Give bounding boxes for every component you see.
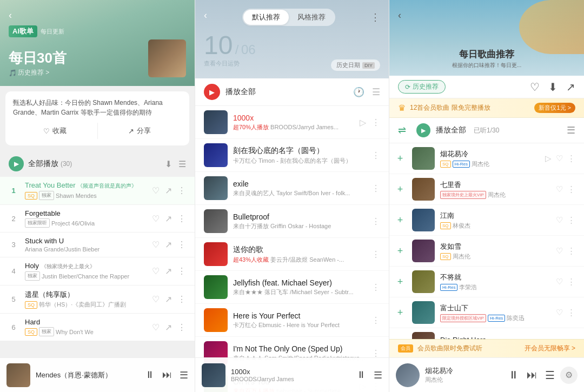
- p3-heart-icon[interactable]: ♡: [556, 215, 563, 225]
- list-item[interactable]: + 富士山下 限定境外授权区域VIP Hi-Res 陈奕迅 ♡ ⋮: [389, 297, 584, 328]
- p2-tab-style[interactable]: 风格推荐: [289, 10, 334, 25]
- p3-heart-icon[interactable]: ♡: [556, 277, 563, 287]
- table-row[interactable]: 1 Treat You Better 《频道声音就是真的声》 SQ 独家 Sha…: [0, 177, 195, 204]
- table-row[interactable]: 4 Holy 《独家境外史上最火》 独家 Justin Bieber/Chanc…: [0, 257, 195, 285]
- p1-playlist-icon[interactable]: ☰: [180, 369, 188, 381]
- p2-more-icon[interactable]: ⋮: [371, 117, 380, 128]
- p1-bottom-thumb[interactable]: [6, 363, 30, 387]
- table-row[interactable]: 2 Forgettable 独家限听 Project 46/Olivia ♡ ↗…: [0, 205, 195, 232]
- list-item[interactable]: + 不将就 Hi-Res 李荣浩 ♡ ⋮: [389, 267, 584, 297]
- p1-share-icon[interactable]: ↗: [165, 185, 172, 196]
- p2-bottom-thumb[interactable]: [202, 363, 225, 387]
- p1-history-link[interactable]: 🎵 历史推荐 >: [9, 68, 67, 77]
- p3-next-icon[interactable]: ⏭: [527, 369, 537, 382]
- p1-heart-icon[interactable]: ♡: [152, 266, 160, 276]
- list-item[interactable]: 送你的歌 超43%人收藏 姜云升/温政煜 SeanWen -... ⋮: [195, 238, 389, 271]
- p3-settings-btn[interactable]: ⚙: [560, 367, 578, 384]
- p1-share-icon[interactable]: ↗: [165, 240, 172, 250]
- p3-heart-icon[interactable]: ♡: [556, 308, 563, 317]
- p3-more-icon[interactable]: ⋮: [567, 184, 575, 194]
- p1-more-icon[interactable]: ⋮: [177, 266, 186, 276]
- p1-share-icon[interactable]: ↗: [165, 214, 172, 224]
- p3-player-thumb[interactable]: [396, 363, 420, 387]
- p3-share-icon[interactable]: ↗: [566, 81, 575, 94]
- p1-more-icon[interactable]: ⋮: [177, 322, 186, 333]
- list-item[interactable]: Jellyfish (feat. Michael Seyer) 来自★★★ 落日…: [195, 271, 389, 304]
- p1-back-icon[interactable]: ‹: [9, 10, 12, 21]
- p1-heart-icon[interactable]: ♡: [152, 322, 160, 333]
- list-item[interactable]: + 烟花易冷 SQ Hi-Res 周杰伦 ▷ ♡ ⋮: [389, 143, 584, 174]
- p2-more-icon[interactable]: ⋮: [371, 216, 380, 227]
- p3-heart-icon[interactable]: ♡: [556, 154, 563, 163]
- p2-history-icon[interactable]: 🕐: [353, 87, 364, 98]
- p3-more-icon[interactable]: ⋮: [567, 246, 575, 256]
- list-item[interactable]: + 七里香 独家境外史上最火VIP 周杰伦 ♡ ⋮: [389, 174, 584, 205]
- list-item[interactable]: Here is Your Perfect 卡万红心 Ebmusic - Here…: [195, 304, 389, 337]
- p3-add-btn[interactable]: +: [394, 276, 407, 288]
- list-item[interactable]: Bulletproof 来自十万播放 Griffin Oskar - Hosta…: [195, 205, 389, 238]
- p1-next-icon[interactable]: ⏭: [162, 369, 172, 381]
- p1-download-icon[interactable]: ⬇: [165, 159, 172, 169]
- p3-heart-icon[interactable]: ♡: [556, 184, 563, 194]
- p3-more-icon[interactable]: ⋮: [567, 215, 575, 225]
- p2-play-icon[interactable]: ▷: [360, 117, 366, 128]
- p3-add-btn[interactable]: +: [394, 245, 407, 257]
- list-item[interactable]: 1000x 超70%人播放 BROODS/Jarryd James... ▷ ⋮: [195, 106, 389, 139]
- p3-play-icon[interactable]: ▷: [545, 154, 552, 163]
- p3-vip-bottom-link[interactable]: 开会员无限畅享 >: [525, 344, 575, 353]
- p1-share-btn[interactable]: ↗ 分享: [98, 123, 182, 139]
- list-item[interactable]: + 发如雪 SQ 周杰伦 ♡ ⋮: [389, 236, 584, 267]
- p3-download-icon[interactable]: ⬇: [548, 81, 558, 94]
- p1-heart-icon[interactable]: ♡: [152, 294, 160, 304]
- p3-back-icon[interactable]: ‹: [398, 10, 401, 21]
- p3-vip-badge[interactable]: 新音仅1元 >: [534, 103, 575, 113]
- p1-more-icon[interactable]: ⋮: [177, 294, 186, 304]
- p2-more-icon[interactable]: ⋮: [370, 11, 380, 23]
- p3-history-btn[interactable]: ⟳ 历史推荐: [398, 80, 446, 94]
- p3-list-icon[interactable]: ☰: [545, 369, 555, 382]
- table-row[interactable]: 5 遗星（纯享版） SQ 韩华（HS）·《卖曲同工》广播剧 ♡ ↗ ⋮: [0, 285, 195, 313]
- p3-heart-icon[interactable]: ♡: [556, 246, 563, 256]
- p2-pause-icon[interactable]: ⏸: [356, 369, 366, 381]
- p3-more-icon[interactable]: ⋮: [567, 277, 575, 287]
- p1-more-icon[interactable]: ⋮: [177, 240, 186, 250]
- p3-more-icon[interactable]: ⋮: [567, 154, 575, 163]
- table-row[interactable]: 6 Hard SQ 独家 Why Don't We ♡ ↗ ⋮: [0, 314, 195, 341]
- p1-list-icon[interactable]: ☰: [178, 159, 186, 169]
- list-item[interactable]: + 江南 SQ 林俊杰 ♡ ⋮: [389, 205, 584, 236]
- p2-more-icon[interactable]: ⋮: [371, 348, 380, 358]
- p2-more-icon[interactable]: ⋮: [371, 282, 380, 293]
- p3-add-btn[interactable]: +: [394, 184, 407, 195]
- list-item[interactable]: exile 来自灵魂的艺人 Taylor Swift/Bon Iver - fo…: [195, 172, 389, 205]
- p1-pause-icon[interactable]: ⏸: [145, 369, 155, 381]
- p3-more-icon[interactable]: ⋮: [567, 308, 575, 317]
- p1-more-icon[interactable]: ⋮: [177, 214, 186, 224]
- p2-history-btn[interactable]: 历史日期 DIY: [331, 59, 380, 71]
- p3-pause-icon[interactable]: ⏸: [508, 369, 519, 382]
- p1-heart-icon[interactable]: ♡: [152, 214, 160, 224]
- p1-heart-icon[interactable]: ♡: [152, 185, 160, 196]
- p2-list-icon[interactable]: ☰: [372, 87, 380, 98]
- p2-tab-default[interactable]: 默认推荐: [243, 10, 289, 25]
- p2-more-icon[interactable]: ⋮: [371, 249, 380, 260]
- p3-heart-icon[interactable]: ♡: [530, 81, 540, 94]
- p3-add-btn[interactable]: +: [394, 153, 407, 164]
- p1-share-icon[interactable]: ↗: [165, 294, 172, 304]
- p3-play-all[interactable]: ⇌ ▶ 播放全部 已听1/30 ☰: [389, 118, 584, 143]
- list-item[interactable]: 刻在我心底的名字（圆号） 卡万红心 Timon - 刻在我心底的名字（圆号） ⋮: [195, 139, 389, 172]
- p3-add-btn[interactable]: +: [394, 307, 407, 318]
- table-row[interactable]: 3 Stuck with U Ariana Grande/Justin Bieb…: [0, 232, 195, 257]
- p2-more-icon[interactable]: ⋮: [371, 183, 380, 194]
- p2-back-icon[interactable]: ‹: [204, 10, 207, 21]
- p1-play-all[interactable]: ▶ 全部播放 (30) ⬇ ☰: [0, 151, 195, 177]
- p3-menu-icon[interactable]: ☰: [567, 124, 575, 136]
- p1-collect-btn[interactable]: ♡ 收藏: [13, 123, 98, 139]
- p2-play-all[interactable]: ▶ 播放全部 🕐 ☰: [195, 78, 389, 106]
- p3-add-btn[interactable]: +: [394, 215, 407, 226]
- p1-more-icon[interactable]: ⋮: [177, 185, 186, 196]
- p2-more-icon[interactable]: ⋮: [371, 150, 380, 161]
- p2-more-icon[interactable]: ⋮: [371, 315, 380, 325]
- p1-share-icon[interactable]: ↗: [165, 322, 172, 333]
- p2-list-icon[interactable]: ☰: [374, 369, 382, 381]
- p1-share-icon[interactable]: ↗: [165, 266, 172, 276]
